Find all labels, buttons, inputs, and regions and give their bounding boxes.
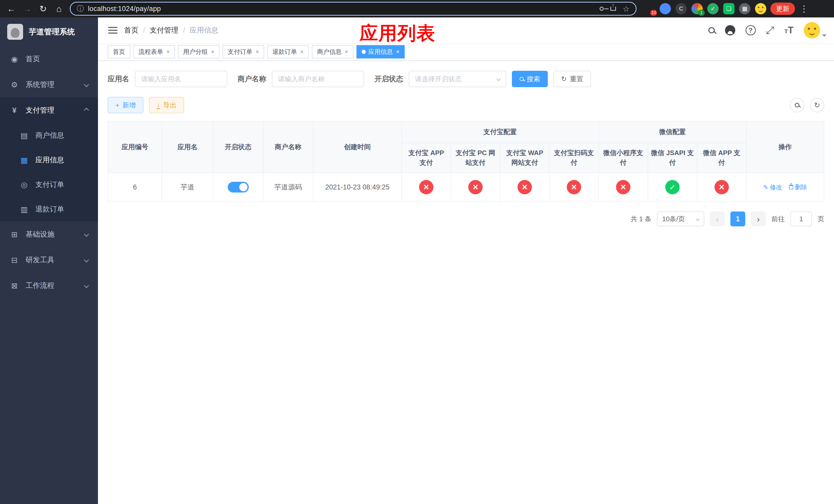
refresh-icon: ↻ [561, 75, 567, 83]
sidebar-item-workflow[interactable]: ⊠ 工作流程 [0, 273, 98, 298]
payment-submenu: ▤ 商户信息 ▦ 应用信息 ◎ 支付订单 ▥ 退款订单 [0, 123, 98, 222]
extension-translate-icon[interactable]: 1 [692, 3, 703, 14]
add-button[interactable]: + 新增 [108, 97, 144, 113]
address-bar[interactable]: ⓘ localhost:1024/pay/app ☆ [70, 2, 637, 16]
tab-close-icon[interactable]: × [166, 48, 170, 55]
app-logo [7, 24, 23, 40]
tab-home[interactable]: 首页 [108, 45, 130, 59]
tab-merchant-info[interactable]: 商户信息× [312, 45, 353, 59]
search-icon[interactable] [708, 27, 715, 33]
server-icon: ⊞ [10, 230, 19, 239]
fullscreen-icon[interactable]: ⤢ [766, 24, 774, 36]
goto-page-input[interactable] [790, 211, 812, 226]
credit-card-icon: ▤ [20, 131, 29, 140]
sidebar-item-merchant-info[interactable]: ▤ 商户信息 [0, 123, 98, 148]
merchant-name-label: 商户名称 [238, 74, 266, 84]
password-key-icon[interactable] [599, 7, 604, 11]
export-button[interactable]: ↓ 导出 [149, 97, 184, 113]
tab-process-form[interactable]: 流程表单× [133, 45, 175, 59]
url-text[interactable]: localhost:1024/pay/app [88, 5, 161, 13]
help-icon[interactable]: ? [746, 25, 756, 36]
status-select[interactable]: 请选择开启状态 [409, 71, 506, 87]
chevron-down-icon [84, 82, 89, 87]
col-group-alipay: 支付宝配置 [402, 121, 598, 143]
prev-page-button[interactable]: ‹ [710, 211, 725, 226]
extension-drop-icon[interactable] [660, 3, 671, 14]
app-title: 芋道管理系统 [29, 27, 75, 37]
browser-refresh-button[interactable]: ↻ [36, 2, 50, 16]
col-header-wechat-mini: 微信小程序支付 [598, 143, 648, 173]
breadcrumb-separator: / [183, 26, 185, 35]
browser-profile-avatar[interactable] [755, 3, 766, 14]
sidebar-collapse-icon[interactable] [108, 30, 117, 31]
sidebar-item-label: 首页 [26, 54, 40, 64]
page-size-select[interactable]: 10条/页 [657, 211, 704, 226]
sidebar-item-label: 支付订单 [36, 180, 64, 189]
sidebar-item-home[interactable]: ◉ 首页 [0, 46, 98, 72]
edit-pencil-icon: ✎ [763, 184, 768, 191]
chevron-down-icon [84, 283, 89, 288]
app-logo-row[interactable]: 芋道管理系统 [0, 18, 98, 46]
col-group-wechat: 微信配置 [598, 121, 746, 143]
tab-app-info[interactable]: 应用信息× [356, 45, 405, 59]
bookmark-star-icon[interactable]: ☆ [623, 4, 630, 13]
extension-badge: 1 [698, 10, 705, 16]
current-page-button[interactable]: 1 [730, 211, 745, 226]
breadcrumb-current: 应用信息 [190, 25, 219, 35]
dashboard-icon: ◉ [10, 54, 19, 64]
cell-app-name: 芋道 [162, 173, 213, 202]
sidebar-item-infrastructure[interactable]: ⊞ 基础设施 [0, 222, 98, 247]
top-navbar: 首页 / 支付管理 / 应用信息 应用列表 ? ⤢ TT [98, 18, 834, 43]
extension-chat-icon[interactable]: ❏ [723, 3, 734, 14]
tabs-bar: 首页 流程表单× 用户分组× 支付订单× 退款订单× 商户信息× 应用信息× [98, 43, 834, 61]
delete-button[interactable]: 删除 [789, 183, 807, 191]
yen-icon: ¥ [10, 106, 19, 115]
tab-user-group[interactable]: 用户分组× [178, 45, 220, 59]
breadcrumb-home[interactable]: 首页 [124, 25, 138, 35]
status-toggle[interactable] [228, 182, 249, 192]
extension-dark-icon[interactable]: C [676, 3, 687, 14]
browser-home-button[interactable]: ⌂ [52, 2, 66, 16]
app-name-input[interactable] [135, 71, 227, 87]
table-toolbar: + 新增 ↓ 导出 ↻ [108, 97, 824, 113]
extension-apps-icon[interactable]: 10 [644, 3, 655, 14]
sidebar-item-payment[interactable]: ¥ 支付管理 [0, 97, 98, 123]
github-icon[interactable] [725, 25, 735, 36]
next-page-button[interactable]: › [751, 211, 766, 226]
cell-merchant: 芋道源码 [263, 173, 313, 202]
search-button[interactable]: 搜索 [512, 71, 548, 87]
search-icon [520, 77, 524, 81]
toggle-search-button[interactable] [790, 98, 804, 112]
extension-wechat-icon[interactable]: ✓ [707, 3, 719, 14]
tab-refund-orders[interactable]: 退款订单× [267, 45, 309, 59]
font-size-icon[interactable]: TT [785, 25, 793, 36]
caret-down-icon [822, 35, 826, 37]
edit-button[interactable]: ✎修改 [763, 183, 782, 191]
browser-menu-icon[interactable]: ⋮ [799, 4, 808, 14]
browser-back-button[interactable]: ← [4, 2, 19, 16]
sidebar-item-dev-tools[interactable]: ⊟ 研发工具 [0, 247, 98, 273]
tab-pay-orders[interactable]: 支付订单× [223, 45, 264, 59]
sidebar-item-pay-orders[interactable]: ◎ 支付订单 [0, 172, 98, 197]
tab-close-icon[interactable]: × [300, 48, 304, 55]
sidebar-item-refund-orders[interactable]: ▥ 退款订单 [0, 197, 98, 222]
extensions-puzzle-icon[interactable]: ▦ [739, 3, 750, 14]
page-content: 应用名 商户名称 开启状态 请选择开启状态 搜索 ↻ 重置 [98, 61, 834, 504]
share-icon[interactable] [610, 7, 616, 11]
sidebar-item-app-info[interactable]: ▦ 应用信息 [0, 148, 98, 172]
browser-forward-button[interactable]: → [20, 2, 35, 16]
merchant-name-input[interactable] [272, 71, 364, 87]
tab-close-icon[interactable]: × [211, 48, 214, 55]
site-info-icon[interactable]: ⓘ [77, 4, 84, 14]
breadcrumb-payment[interactable]: 支付管理 [150, 25, 178, 35]
browser-update-button[interactable]: 更新 [770, 3, 795, 15]
user-avatar-menu[interactable] [804, 22, 826, 39]
tab-close-icon[interactable]: × [256, 48, 259, 55]
reset-button[interactable]: ↻ 重置 [553, 71, 591, 87]
refresh-table-button[interactable]: ↻ [810, 98, 824, 112]
pagination-total: 共 1 条 [631, 214, 652, 224]
status-label: 开启状态 [374, 74, 403, 84]
tab-close-icon[interactable]: × [396, 48, 399, 55]
sidebar-item-system[interactable]: ⚙ 系统管理 [0, 72, 98, 97]
tab-close-icon[interactable]: × [345, 48, 348, 55]
